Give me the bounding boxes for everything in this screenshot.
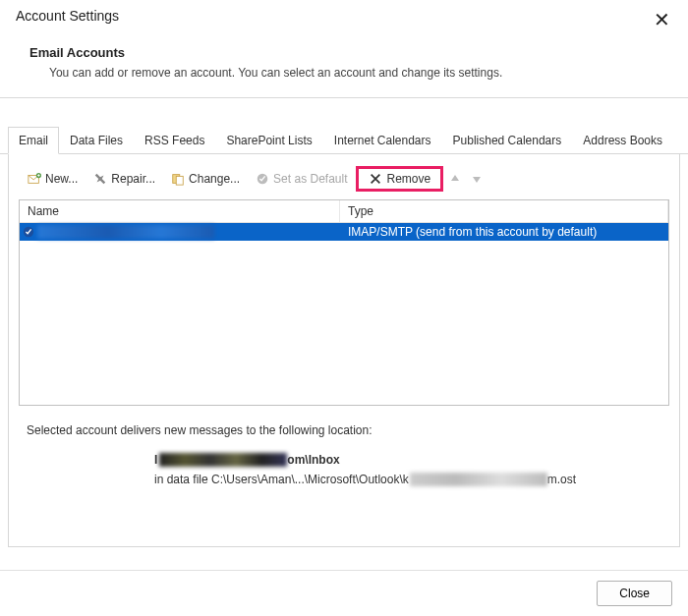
tab-strip: Email Data Files RSS Feeds SharePoint Li… <box>0 126 688 154</box>
tab-data-files[interactable]: Data Files <box>59 127 134 154</box>
redacted-account-name <box>37 225 214 239</box>
section-heading: Email Accounts <box>29 45 659 60</box>
redacted-filename <box>410 473 547 486</box>
section-subtext: You can add or remove an account. You ca… <box>29 66 659 80</box>
tab-internet-calendars[interactable]: Internet Calendars <box>323 127 442 154</box>
move-down-button <box>467 173 487 185</box>
remove-button[interactable]: Remove <box>356 166 443 192</box>
redacted-mailbox <box>159 453 287 467</box>
change-button[interactable]: Change... <box>164 169 247 189</box>
check-circle-icon <box>256 172 269 186</box>
set-default-button: Set as Default <box>249 169 354 189</box>
toolbar: New... Repair... Change... Set as Defaul… <box>17 164 671 199</box>
change-icon <box>171 172 185 186</box>
remove-x-icon <box>369 172 382 186</box>
tab-published-calendars[interactable]: Published Calendars <box>442 127 573 154</box>
footer-info: Selected account delivers new messages t… <box>17 406 671 496</box>
change-label: Change... <box>189 172 240 186</box>
new-button[interactable]: New... <box>21 169 85 189</box>
default-account-check-icon <box>20 226 35 238</box>
close-icon[interactable]: ✕ <box>648 8 676 31</box>
new-label: New... <box>45 172 78 186</box>
svg-rect-3 <box>176 176 183 185</box>
remove-label: Remove <box>386 172 430 186</box>
account-type-cell: IMAP/SMTP (send from this account by def… <box>340 225 668 239</box>
dialog-buttons: Close <box>0 570 688 616</box>
account-list[interactable]: Name Type IMAP/SMTP (send from this acco… <box>19 199 669 406</box>
set-default-label: Set as Default <box>273 172 347 186</box>
datafile-prefix: in data file C:\Users\Aman\...\Microsoft… <box>154 473 409 486</box>
repair-icon <box>93 172 107 186</box>
mailbox-suffix: om\Inbox <box>287 453 339 467</box>
account-row[interactable]: IMAP/SMTP (send from this account by def… <box>20 223 668 241</box>
datafile-path: in data file C:\Users\Aman\...\Microsoft… <box>27 473 661 486</box>
mailbox-path: I om\Inbox <box>27 453 661 467</box>
tab-panel-email: New... Repair... Change... Set as Defaul… <box>8 154 680 547</box>
window-title: Account Settings <box>16 8 119 24</box>
list-header: Name Type <box>20 200 668 223</box>
close-button[interactable]: Close <box>597 581 672 606</box>
tab-address-books[interactable]: Address Books <box>572 127 673 154</box>
repair-button[interactable]: Repair... <box>86 169 162 189</box>
new-mail-icon <box>28 172 41 186</box>
tab-email[interactable]: Email <box>8 127 59 154</box>
col-header-type[interactable]: Type <box>340 200 668 222</box>
tab-sharepoint-lists[interactable]: SharePoint Lists <box>215 127 322 154</box>
col-header-name[interactable]: Name <box>20 200 340 222</box>
delivery-label: Selected account delivers new messages t… <box>27 423 661 437</box>
tab-rss-feeds[interactable]: RSS Feeds <box>134 127 215 154</box>
move-up-button <box>445 173 465 185</box>
datafile-suffix: m.ost <box>547 473 576 486</box>
account-name-cell <box>35 225 340 239</box>
repair-label: Repair... <box>111 172 155 186</box>
